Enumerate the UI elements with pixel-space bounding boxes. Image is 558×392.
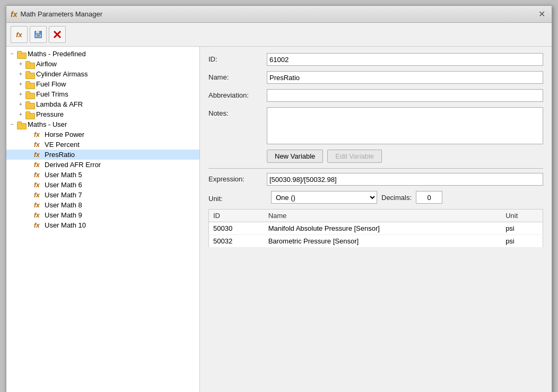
name-row: Name: [208,71,543,84]
folder-icon-fuel-trims [25,91,34,98]
variable-buttons-row: New Variable Edit Variable [267,150,543,163]
tree-item-user-math-9[interactable]: + fx User Math 9 [6,210,199,220]
tree-item-user-math-5[interactable]: + fx User Math 5 [6,170,199,180]
content-area: − Maths - Predefined + Airflow + Cylinde… [6,47,552,392]
tree-item-maths-user[interactable]: − Maths - User [6,119,199,129]
tree-item-pressure[interactable]: + Pressure [6,109,199,119]
tree-label-maths-predefined: Maths - Predefined [28,50,86,58]
tree-label-lambda: Lambda & AFR [36,100,83,108]
unit-label: Unit: [208,193,267,203]
delete-icon [53,30,62,39]
folder-icon-fuel-flow [25,81,34,88]
new-variable-button[interactable]: New Variable [267,150,323,163]
tree-item-fuel-trims[interactable]: + Fuel Trims [6,89,199,99]
name-label: Name: [208,71,267,81]
open-icon: fx [16,31,22,39]
unit-select[interactable]: One () [271,191,377,204]
folder-icon-cylinder [25,71,34,78]
fx-icon-ve: fx [34,141,42,149]
notes-textarea[interactable] [267,107,543,144]
tree-label-um7: User Math 7 [45,191,82,199]
fx-icon-um10: fx [34,222,42,229]
tree-label-pressure: Pressure [36,110,64,118]
table-row[interactable]: 50032 Barometric Pressure [Sensor] psi [209,235,543,248]
close-button[interactable]: ✕ [536,9,547,19]
tree-label-pr: PresRatio [45,151,75,159]
tree-item-ve-percent[interactable]: + fx VE Percent [6,140,199,150]
tree-item-horse-power[interactable]: + fx Horse Power [6,129,199,140]
tree-label-um5: User Math 5 [45,171,82,179]
tree-label-fuel-flow: Fuel Flow [36,80,66,88]
title-bar: fx Math Parameters Manager ✕ [6,6,552,23]
tree-label-hp: Horse Power [45,130,84,138]
col-header-name: Name [264,210,502,222]
tree-panel: − Maths - Predefined + Airflow + Cylinde… [6,47,200,392]
tree-item-maths-predefined[interactable]: − Maths - Predefined [6,49,199,59]
fx-icon-hp: fx [34,131,42,138]
expand-icon-predefined: − [8,50,16,58]
toolbar: fx [6,23,552,47]
tree-label-maths-user: Maths - User [28,120,67,128]
tree-item-presratio[interactable]: + fx PresRatio [6,150,199,160]
title-bar-left: fx Math Parameters Manager [11,10,102,19]
col-header-id: ID [209,210,264,222]
tree-label-airflow: Airflow [36,60,57,68]
tree-item-user-math-7[interactable]: + fx User Math 7 [6,190,199,200]
fx-icon-um5: fx [34,171,42,179]
tree-item-fuel-flow[interactable]: + Fuel Flow [6,79,199,89]
expression-input[interactable] [267,173,543,186]
tree-label-um8: User Math 8 [45,201,82,209]
expand-icon-pressure: + [17,111,24,118]
tree-item-derived-afr[interactable]: + fx Derived AFR Error [6,160,199,170]
variables-table-header: ID Name Unit [209,210,543,222]
app-icon: fx [11,10,17,19]
fx-icon-afr: fx [34,161,42,169]
unit-row: Unit: One () Decimals: [208,191,543,204]
svg-rect-3 [37,35,40,37]
name-input[interactable] [267,71,543,84]
tree-label-afr: Derived AFR Error [45,161,101,169]
folder-icon-pressure [25,111,34,118]
table-row[interactable]: 50030 Manifold Absolute Pressure [Sensor… [209,222,543,235]
edit-variable-button[interactable]: Edit Variable [327,150,382,163]
variables-table-body: 50030 Manifold Absolute Pressure [Sensor… [209,222,543,248]
id-input[interactable] [267,53,543,66]
decimals-label: Decimals: [381,194,412,202]
fx-icon-um8: fx [34,202,42,209]
save-button[interactable] [30,26,47,43]
tree-item-lambda-afr[interactable]: + Lambda & AFR [6,99,199,109]
open-button[interactable]: fx [11,26,28,43]
tree-item-airflow[interactable]: + Airflow [6,59,199,69]
abbreviation-input[interactable] [267,89,543,102]
row2-unit: psi [501,235,543,248]
tree-label-ve: VE Percent [45,141,80,149]
expand-icon-lambda: + [17,101,24,108]
abbreviation-row: Abbreviation: [208,89,543,102]
tree-item-user-math-8[interactable]: + fx User Math 8 [6,200,199,210]
tree-label-cylinder: Cylinder Airmass [36,70,88,78]
tree-item-user-math-10[interactable]: + fx User Math 10 [6,220,199,230]
variables-header-row: ID Name Unit [209,210,543,222]
expand-icon-cylinder: + [17,71,24,78]
save-icon [33,30,43,39]
expression-label: Expression: [208,173,267,183]
row2-name: Barometric Pressure [Sensor] [264,235,502,248]
fx-icon-pr: fx [34,151,42,159]
col-header-unit: Unit [501,210,543,222]
svg-rect-1 [36,31,39,33]
folder-icon-airflow [25,60,34,68]
tree-label-um10: User Math 10 [45,221,86,229]
expand-icon-fuel-trims: + [17,91,24,98]
folder-icon-user [17,121,25,128]
folder-icon-lambda [25,101,34,108]
delete-button[interactable] [49,26,66,43]
row2-id: 50032 [209,235,264,248]
row1-name: Manifold Absolute Pressure [Sensor] [264,222,502,235]
window-title: Math Parameters Manager [20,10,102,18]
tree-item-cylinder-airmass[interactable]: + Cylinder Airmass [6,69,199,79]
tree-item-user-math-6[interactable]: + fx User Math 6 [6,180,199,190]
decimals-input[interactable] [416,191,442,204]
notes-label: Notes: [208,107,267,117]
main-window: fx Math Parameters Manager ✕ fx [6,5,552,392]
id-row: ID: [208,53,543,66]
